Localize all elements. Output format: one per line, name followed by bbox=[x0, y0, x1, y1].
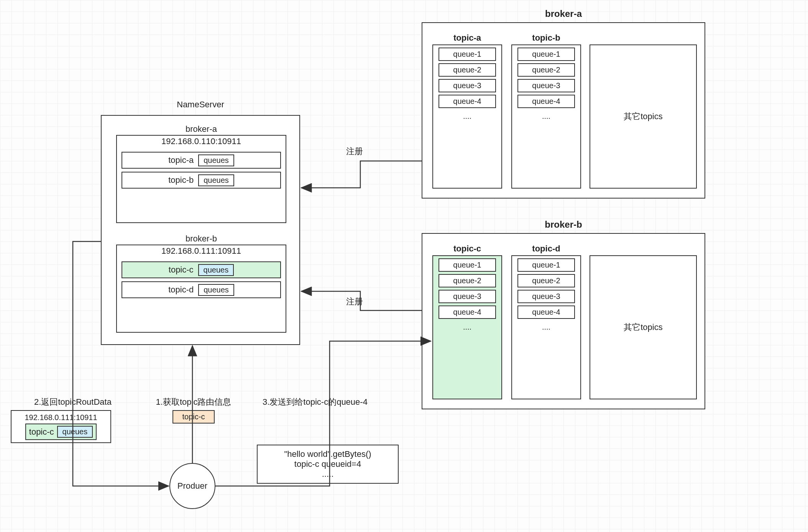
nameserver-title: NameServer bbox=[101, 100, 300, 110]
ns-broker-b: broker-b 192.168.0.111:10911 topic-c que… bbox=[116, 245, 286, 333]
ns-topic-d-label: topic-d bbox=[168, 285, 194, 295]
broker-a-topic-b-title: topic-b bbox=[512, 30, 580, 44]
ns-topic-a-label: topic-a bbox=[168, 155, 194, 165]
broker-a-topic-b-queue-1: queue-1 bbox=[517, 48, 575, 61]
broker-b-topic-c-title: topic-c bbox=[433, 241, 501, 255]
ns-topic-a-queues: queues bbox=[198, 154, 234, 166]
broker-a-topic-b: topic-b queue-1 queue-2 queue-3 queue-4 … bbox=[511, 44, 581, 189]
ns-topic-a-row: topic-a queues bbox=[122, 152, 281, 169]
nameserver-box: broker-a 192.168.0.110:10911 topic-a que… bbox=[101, 115, 300, 345]
ns-topic-c-label: topic-c bbox=[169, 265, 194, 275]
broker-a-topic-b-queue-2: queue-2 bbox=[517, 63, 575, 77]
step2-return-ip: 192.168.0.111:10911 bbox=[15, 413, 107, 422]
broker-a-topic-a-title: topic-a bbox=[433, 30, 501, 44]
ns-topic-b-row: topic-b queues bbox=[122, 172, 281, 189]
message-line1: "hello world".getBytes() bbox=[263, 449, 393, 459]
register-a-label: 注册 bbox=[337, 146, 372, 157]
broker-a-topic-a-queue-1: queue-1 bbox=[438, 48, 496, 61]
ns-broker-b-name: broker-b bbox=[117, 232, 286, 245]
step1-label: 1.获取topic路由信息 bbox=[144, 396, 243, 408]
step3-label: 3.发送到给topic-c的queue-4 bbox=[263, 396, 404, 408]
step2-return-queues: queues bbox=[57, 426, 93, 438]
message-box: "hello world".getBytes() topic-c queueid… bbox=[257, 445, 399, 484]
broker-a-topic-a-queue-4: queue-4 bbox=[438, 95, 496, 108]
broker-b-topic-d-queue-1: queue-1 bbox=[517, 258, 575, 272]
broker-b-topic-d-queue-2: queue-2 bbox=[517, 274, 575, 287]
broker-a-topic-a: topic-a queue-1 queue-2 queue-3 queue-4 … bbox=[432, 44, 502, 189]
message-line3: ..... bbox=[263, 469, 393, 479]
producer-node: Produer bbox=[169, 463, 215, 509]
ns-broker-a-name: broker-a bbox=[117, 122, 286, 135]
register-b-label: 注册 bbox=[337, 296, 372, 307]
broker-a-topic-a-ellipsis: .... bbox=[433, 110, 501, 122]
message-line2: topic-c queueid=4 bbox=[263, 459, 393, 469]
step2-label: 2.返回topicRoutData bbox=[23, 396, 123, 408]
broker-b-topic-d: topic-d queue-1 queue-2 queue-3 queue-4 … bbox=[511, 255, 581, 399]
broker-b-topic-c-queue-4: queue-4 bbox=[438, 305, 496, 319]
ns-topic-b-label: topic-b bbox=[168, 175, 194, 185]
broker-a-topic-a-queue-3: queue-3 bbox=[438, 79, 496, 92]
ns-topic-b-queues: queues bbox=[198, 174, 234, 186]
broker-a-topic-b-queue-4: queue-4 bbox=[517, 95, 575, 108]
broker-a-title: broker-a bbox=[422, 8, 705, 19]
ns-topic-d-queues: queues bbox=[198, 284, 234, 296]
step2-return-row: topic-c queues bbox=[25, 424, 97, 440]
broker-b-topic-c-queue-1: queue-1 bbox=[438, 258, 496, 272]
ns-broker-a: broker-a 192.168.0.110:10911 topic-a que… bbox=[116, 135, 286, 223]
broker-a-other-topics: 其它topics bbox=[590, 44, 697, 189]
broker-b-topic-d-queue-4: queue-4 bbox=[517, 305, 575, 319]
broker-b-topic-c-queue-2: queue-2 bbox=[438, 274, 496, 287]
broker-b-box: topic-c queue-1 queue-2 queue-3 queue-4 … bbox=[422, 233, 705, 409]
ns-topic-d-row: topic-d queues bbox=[122, 281, 281, 298]
broker-b-topic-c-ellipsis: .... bbox=[433, 321, 501, 333]
ns-topic-c-queues: queues bbox=[198, 264, 234, 276]
broker-a-box: topic-a queue-1 queue-2 queue-3 queue-4 … bbox=[422, 22, 705, 199]
ns-broker-b-ip: 192.168.0.111:10911 bbox=[117, 245, 286, 258]
broker-b-topic-d-title: topic-d bbox=[512, 241, 580, 255]
broker-b-topic-c-queue-3: queue-3 bbox=[438, 290, 496, 303]
step2-return-topic: topic-c bbox=[29, 427, 54, 437]
ns-broker-a-ip: 192.168.0.110:10911 bbox=[117, 136, 286, 149]
broker-a-topic-b-queue-3: queue-3 bbox=[517, 79, 575, 92]
broker-b-topic-c: topic-c queue-1 queue-2 queue-3 queue-4 … bbox=[432, 255, 502, 399]
broker-b-topic-d-queue-3: queue-3 bbox=[517, 290, 575, 303]
broker-b-other-topics: 其它topics bbox=[590, 255, 697, 399]
broker-b-title: broker-b bbox=[422, 219, 705, 230]
step2-return-box: 192.168.0.111:10911 topic-c queues bbox=[11, 410, 111, 443]
broker-b-topic-d-ellipsis: .... bbox=[512, 321, 580, 333]
ns-topic-c-row: topic-c queues bbox=[122, 261, 281, 278]
broker-a-topic-b-ellipsis: .... bbox=[512, 110, 580, 122]
broker-a-topic-a-queue-2: queue-2 bbox=[438, 63, 496, 77]
step1-topic-badge: topic-c bbox=[172, 410, 215, 424]
